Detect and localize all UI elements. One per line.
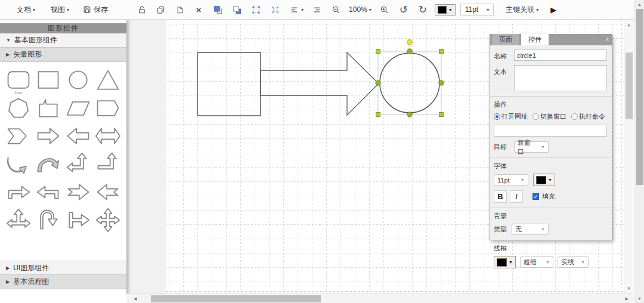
palette-shape-rect[interactable] — [33, 66, 63, 94]
section-basic-shapes[interactable]: ▼ 基本图形组件 — [0, 33, 126, 48]
rotation-handle[interactable] — [407, 40, 413, 45]
toolbar: 文档▾ 视图▾ 保存 × — [0, 0, 644, 20]
palette-shape-triangle[interactable] — [93, 66, 123, 94]
palette-shape-pentagon-right[interactable] — [93, 94, 123, 122]
chevron-down-icon: ▼ — [509, 260, 513, 264]
unlock-icon[interactable] — [134, 2, 148, 17]
bring-to-front-icon[interactable] — [210, 2, 225, 17]
handle-e[interactable] — [439, 81, 444, 85]
close-icon[interactable]: x — [606, 36, 609, 42]
handle-s[interactable] — [407, 112, 412, 117]
palette-shape-elbow-arrow-right[interactable] — [4, 178, 33, 206]
palette-shape-corner-arrow-up[interactable] — [93, 150, 123, 178]
tab-control[interactable]: 控件 — [521, 34, 549, 45]
handle-se[interactable] — [439, 113, 444, 117]
palette-shape-elbow-arrow-left[interactable] — [33, 178, 63, 206]
align-dropdown-caret[interactable]: ▾ — [301, 7, 304, 13]
zoom-out-icon[interactable] — [329, 2, 343, 17]
section-flowchart-shapes[interactable]: ▶ 基本流程图 — [0, 275, 126, 289]
handle-nw[interactable] — [376, 50, 380, 54]
palette-shape-notched-arrow-right[interactable] — [63, 178, 93, 206]
handle-sw[interactable] — [376, 113, 380, 117]
palette-shape-parallelogram[interactable] — [63, 94, 93, 122]
redo-icon[interactable]: ↻ — [416, 2, 430, 17]
send-to-back-icon[interactable] — [230, 2, 244, 17]
border-label: 线框 — [494, 244, 607, 253]
font-color-picker[interactable]: ▼ — [435, 4, 456, 16]
clone-icon[interactable] — [153, 2, 168, 17]
radio-open-url[interactable]: 打开网址 — [494, 112, 528, 121]
relation-mode-dropdown[interactable]: 主键关联▾ — [502, 2, 542, 17]
url-input[interactable] — [494, 125, 607, 137]
ungroup-icon[interactable] — [268, 2, 282, 17]
font-size-dropdown[interactable]: 11pt▾ — [460, 4, 494, 16]
fill-label: 填充 — [542, 192, 555, 201]
palette-shape-circle[interactable] — [63, 66, 93, 94]
palette-shape-rounded-rect[interactable]: box — [4, 66, 33, 94]
italic-button[interactable]: I — [510, 190, 523, 203]
scroll-down-icon[interactable]: ▼ — [624, 286, 633, 290]
palette-shape-curved-arrow-up[interactable] — [4, 150, 33, 178]
canvas-hscroll-thumb[interactable] — [151, 295, 321, 302]
save-button[interactable]: 保存 — [79, 2, 112, 17]
palette-shape-four-way-arrow[interactable] — [93, 206, 123, 234]
section-ui-shapes[interactable]: ▶ UI图形组件 — [0, 261, 126, 275]
border-width-dropdown[interactable]: 超细▼ — [520, 256, 553, 268]
align-right-icon[interactable] — [309, 2, 324, 17]
zoom-in-icon[interactable] — [377, 2, 392, 17]
undo-icon[interactable]: ↺ — [397, 2, 411, 17]
scroll-down-icon[interactable]: ▼ — [635, 296, 644, 301]
section-vector-shapes[interactable]: ▶ 矢量图形 — [0, 48, 126, 62]
radio-exec-command[interactable]: 执行命令 — [571, 112, 605, 121]
palette-shape-arch-arrow[interactable] — [33, 150, 63, 178]
palette-shape-heptagon[interactable] — [4, 94, 33, 122]
scroll-up-icon[interactable]: ▲ — [624, 23, 633, 27]
palette-shape-arrow-left[interactable] — [63, 122, 93, 150]
browser-scrollbar[interactable]: ▲ ▼ — [634, 0, 644, 303]
name-input[interactable] — [514, 50, 607, 61]
palette-shape-three-way-arrow[interactable] — [4, 206, 33, 234]
palette-shape-callout[interactable] — [33, 94, 63, 122]
handle-w[interactable] — [376, 81, 380, 85]
palette-shape-arrow-right[interactable] — [33, 122, 63, 150]
palette-shape-corner-arrow-left-up[interactable] — [63, 150, 93, 178]
scroll-up-icon[interactable]: ▲ — [635, 2, 644, 7]
delete-icon[interactable]: × — [191, 2, 206, 17]
browser-scroll-thumb[interactable] — [636, 9, 643, 185]
palette-shape-t-arrow-right[interactable] — [63, 206, 93, 234]
scroll-right-icon[interactable]: ▶ — [626, 296, 628, 301]
text-label: 文本 — [494, 65, 514, 76]
text-input[interactable] — [514, 65, 607, 91]
palette-shape-arrow-double-horizontal[interactable] — [93, 122, 123, 150]
palette-shape-u-turn-arrow[interactable] — [33, 206, 63, 234]
menu-document[interactable]: 文档▾ — [13, 2, 39, 17]
group-icon[interactable] — [249, 2, 263, 17]
tab-page[interactable]: 页面 — [492, 34, 519, 45]
panel-font-color-picker[interactable]: ▼ — [533, 174, 555, 186]
color-swatch — [497, 258, 507, 267]
canvas-horizontal-scrollbar[interactable]: ◀ ▶ — [126, 293, 633, 303]
canvas-vertical-scrollbar[interactable]: ▲ ▼ — [624, 20, 633, 293]
border-style-dropdown[interactable]: 实线▼ — [558, 256, 589, 268]
radio-switch-window[interactable]: 切换窗口 — [532, 112, 566, 121]
target-dropdown[interactable]: 新窗口▼ — [514, 141, 549, 153]
zoom-level-dropdown[interactable]: 100%▾ — [345, 3, 375, 16]
chevron-down-icon: ▼ — [546, 260, 550, 264]
handle-ne[interactable] — [439, 50, 444, 54]
handle-n[interactable] — [407, 49, 412, 54]
bold-button[interactable]: B — [494, 190, 507, 203]
menu-view[interactable]: 视图▾ — [47, 2, 73, 17]
palette-shape-chevron[interactable] — [4, 122, 33, 150]
canvas-vscroll-thumb[interactable] — [626, 52, 633, 119]
paste-icon[interactable] — [172, 2, 187, 17]
panel-font-size-dropdown[interactable]: 11pt▼ — [494, 174, 528, 185]
chevron-down-icon: ▾ — [33, 7, 35, 13]
run-button[interactable]: ▶ — [550, 5, 556, 14]
scroll-left-icon[interactable]: ◀ — [134, 296, 137, 301]
align-left-icon[interactable] — [287, 2, 301, 17]
palette-shape-notched-arrow-left[interactable] — [93, 178, 123, 206]
border-color-picker[interactable]: ▼ — [494, 256, 516, 268]
bg-type-dropdown[interactable]: 无▼ — [512, 224, 549, 235]
bg-type-label: 类型 — [494, 225, 512, 234]
fill-checkbox[interactable]: ✓ — [532, 193, 539, 200]
